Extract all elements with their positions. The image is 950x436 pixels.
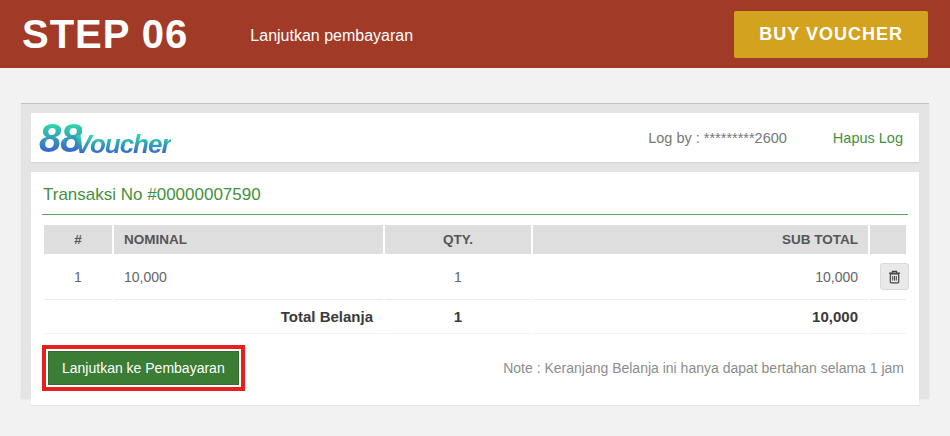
item-subtotal: 10,000 — [533, 254, 868, 300]
log-by-text: Log by : *********2600 — [648, 130, 787, 146]
table-header-row: # NOMINAL QTY. SUB TOTAL — [44, 225, 906, 254]
transaction-panel: Transaksi No #00000007590 # NOMINAL QTY.… — [31, 172, 919, 405]
item-action-cell — [870, 254, 906, 300]
transaction-title: Transaksi No #00000007590 — [42, 181, 908, 214]
session-info: Log by : *********2600 Hapus Log — [648, 130, 903, 146]
header-number: # — [44, 225, 112, 254]
site-logo: 88 Voucher — [39, 118, 171, 158]
hapus-log-link[interactable]: Hapus Log — [833, 130, 903, 146]
delete-item-button[interactable] — [880, 263, 909, 290]
total-label: Total Belanja — [44, 300, 383, 334]
title-divider — [42, 214, 908, 215]
total-subtotal: 10,000 — [533, 300, 868, 334]
cart-note: Note : Keranjang Belanja ini hanya dapat… — [503, 360, 908, 376]
total-row: Total Belanja 1 10,000 — [44, 300, 906, 334]
header-nominal: NOMINAL — [114, 225, 383, 254]
header-qty: QTY. — [385, 225, 531, 254]
logo-voucher-text: Voucher — [75, 131, 171, 158]
item-qty: 1 — [385, 254, 531, 300]
actions-bar: Lanjutkan ke Pembayaran Note : Keranjang… — [42, 345, 908, 391]
cart-item-row: 1 10,000 1 10,000 — [44, 254, 906, 300]
step-description: Lanjutkan pembayaran — [250, 27, 413, 45]
item-nominal: 10,000 — [114, 254, 383, 300]
header-subtotal: SUB TOTAL — [533, 225, 868, 254]
cart-table: # NOMINAL QTY. SUB TOTAL 1 10,000 1 10,0… — [42, 225, 908, 334]
step-label: STEP 06 — [22, 14, 188, 54]
trash-icon — [888, 270, 901, 284]
total-qty: 1 — [385, 300, 531, 334]
step-banner: STEP 06 Lanjutkan pembayaran BUY VOUCHER — [0, 0, 950, 68]
buy-voucher-button[interactable]: BUY VOUCHER — [734, 11, 928, 58]
item-number: 1 — [44, 254, 112, 300]
total-action-cell — [870, 300, 906, 334]
continue-payment-button[interactable]: Lanjutkan ke Pembayaran — [48, 351, 239, 385]
header-action — [870, 225, 906, 254]
logo-bar: 88 Voucher Log by : *********2600 Hapus … — [31, 113, 919, 162]
highlight-box: Lanjutkan ke Pembayaran — [42, 345, 245, 391]
voucher-card: 88 Voucher Log by : *********2600 Hapus … — [21, 103, 929, 398]
